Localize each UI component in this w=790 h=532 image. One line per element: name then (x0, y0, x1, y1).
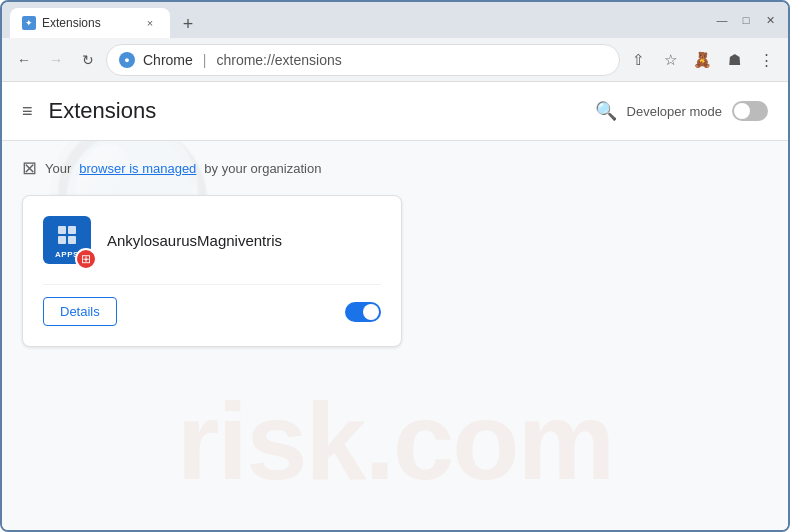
bookmark-icon[interactable]: ☆ (656, 46, 684, 74)
developer-mode-label: Developer mode (627, 104, 722, 119)
title-bar: Extensions × + — □ ✕ (2, 2, 788, 38)
header-right: 🔍 Developer mode (595, 100, 768, 122)
minimize-button[interactable]: — (712, 10, 732, 30)
window-controls: — □ ✕ (712, 10, 780, 30)
extension-card: APPS AnkylosaurusMagniventris Details (22, 195, 402, 347)
apps-grid-icon (54, 222, 80, 248)
toolbar-icons: ⇧ ☆ 🧸 ☗ ⋮ (624, 46, 780, 74)
forward-button[interactable]: → (42, 46, 70, 74)
content-area: ⊠ Your browser is managed by your organi… (2, 141, 788, 363)
new-tab-button[interactable]: + (174, 10, 202, 38)
extension-badge (75, 248, 97, 270)
page-header: ≡ Extensions 🔍 Developer mode (2, 82, 788, 141)
managed-text-1: Your (45, 161, 71, 176)
refresh-button[interactable]: ↻ (74, 46, 102, 74)
close-button[interactable]: ✕ (760, 10, 780, 30)
menu-icon[interactable]: ⋮ (752, 46, 780, 74)
tab-close-button[interactable]: × (142, 15, 158, 31)
url-path: chrome://extensions (216, 52, 341, 68)
back-button[interactable]: ← (10, 46, 38, 74)
share-icon[interactable]: ⇧ (624, 46, 652, 74)
tab-favicon (22, 16, 36, 30)
maximize-button[interactable]: □ (736, 10, 756, 30)
main-content: 🔍 risk.com ≡ Extensions 🔍 Developer mode… (2, 82, 788, 532)
extension-enable-toggle[interactable] (345, 302, 381, 322)
url-favicon: ● (119, 52, 135, 68)
tab-label: Extensions (42, 16, 101, 30)
managed-text-2: by your organization (204, 161, 321, 176)
developer-mode-toggle[interactable] (732, 101, 768, 121)
tab-area: Extensions × + (10, 2, 704, 38)
url-separator: | (203, 52, 207, 68)
managed-link[interactable]: browser is managed (79, 161, 196, 176)
details-button[interactable]: Details (43, 297, 117, 326)
managed-icon: ⊠ (22, 157, 37, 179)
extension-footer: Details (43, 284, 381, 326)
url-chrome-label: Chrome (143, 52, 193, 68)
extension-name: AnkylosaurusMagniventris (107, 232, 282, 249)
extension-icon-wrapper: APPS (43, 216, 91, 264)
url-bar[interactable]: ● Chrome | chrome://extensions (106, 44, 620, 76)
managed-banner: ⊠ Your browser is managed by your organi… (22, 157, 768, 179)
extension-header: APPS AnkylosaurusMagniventris (43, 216, 381, 264)
search-button[interactable]: 🔍 (595, 100, 617, 122)
address-bar: ← → ↻ ● Chrome | chrome://extensions ⇧ ☆… (2, 38, 788, 82)
page-title: Extensions (49, 98, 157, 124)
extensions-icon[interactable]: 🧸 (688, 46, 716, 74)
sidebar-toggle-button[interactable]: ≡ (22, 101, 33, 122)
active-tab[interactable]: Extensions × (10, 8, 170, 38)
profile-icon[interactable]: ☗ (720, 46, 748, 74)
